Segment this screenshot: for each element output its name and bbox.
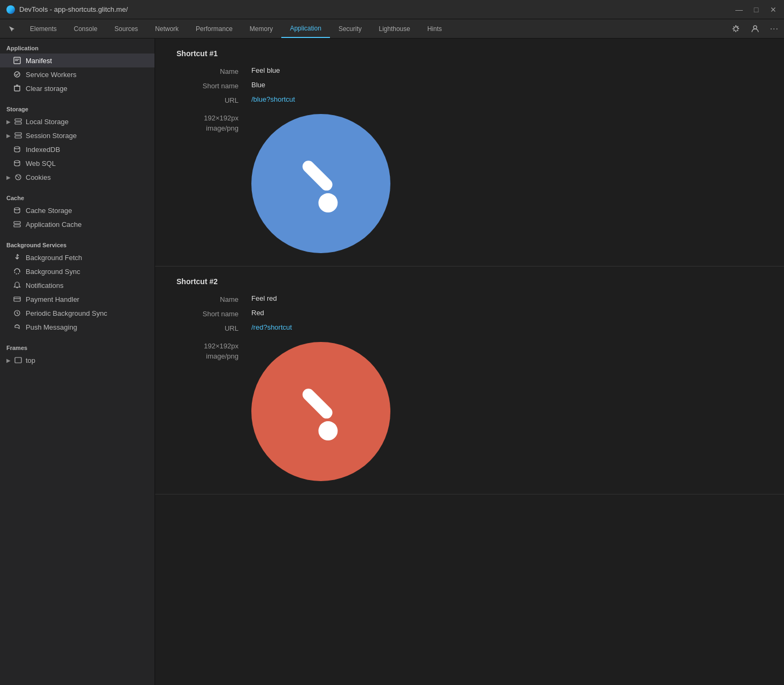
- background-sync-label: Background Sync: [26, 268, 80, 276]
- svg-rect-8: [15, 133, 21, 135]
- sidebar-item-background-fetch[interactable]: Background Fetch: [0, 250, 155, 264]
- window-controls: — □ ✕: [735, 5, 778, 14]
- manifest-label: Manifest: [26, 57, 52, 65]
- window-title: DevTools - app-shortcuts.glitch.me/: [19, 5, 731, 13]
- background-sync-icon: [13, 267, 21, 276]
- payment-handler-icon: [13, 295, 21, 303]
- storage-section-label: Storage: [0, 100, 155, 115]
- svg-rect-3: [15, 60, 18, 61]
- settings-icon-btn[interactable]: [726, 25, 745, 33]
- service-workers-icon: [13, 70, 21, 79]
- shortcut-2-shortname-value: Red: [251, 309, 264, 317]
- shortcut-1-dimensions: 192×192px: [204, 114, 239, 122]
- tab-hints[interactable]: Hints: [419, 19, 450, 38]
- tab-application[interactable]: Application: [281, 19, 330, 38]
- shortcut-2-url-label: URL: [176, 323, 251, 332]
- application-section-label: Application: [0, 39, 155, 54]
- shortcut-1-brush-icon: [275, 138, 366, 229]
- svg-rect-22: [300, 158, 335, 193]
- clear-storage-label: Clear storage: [26, 85, 67, 93]
- cache-storage-label: Cache Storage: [26, 207, 72, 215]
- sidebar-item-cookies[interactable]: ▶ Cookies: [0, 170, 155, 184]
- web-sql-icon: [13, 159, 21, 168]
- application-cache-label: Application Cache: [26, 220, 82, 229]
- sidebar-item-application-cache[interactable]: Application Cache: [0, 217, 155, 231]
- notifications-label: Notifications: [26, 281, 64, 290]
- manifest-icon: [13, 56, 21, 65]
- shortcut-2-name-value: Feel red: [251, 294, 277, 302]
- shortcut-1-title: Shortcut #1: [176, 49, 763, 58]
- shortcut-1-format: image/png: [206, 124, 239, 132]
- sidebar-item-notifications[interactable]: Notifications: [0, 278, 155, 292]
- tab-sources[interactable]: Sources: [106, 19, 147, 38]
- shortcut-1-shortname-value: Blue: [251, 81, 265, 89]
- shortcut-2-dimensions: 192×192px: [204, 342, 239, 350]
- tab-lighthouse[interactable]: Lighthouse: [370, 19, 419, 38]
- session-storage-arrow: ▶: [6, 133, 11, 139]
- sidebar-item-cache-storage[interactable]: Cache Storage: [0, 203, 155, 217]
- main-layout: Application Manifest Service Workers Cle…: [0, 39, 784, 685]
- svg-rect-19: [14, 297, 20, 301]
- tab-network[interactable]: Network: [147, 19, 187, 38]
- local-storage-icon: [14, 117, 22, 126]
- tab-memory[interactable]: Memory: [241, 19, 281, 38]
- svg-rect-21: [15, 357, 21, 363]
- svg-point-11: [14, 161, 20, 163]
- shortcut-2-url-link[interactable]: /red?shortcut: [251, 323, 292, 331]
- sidebar-item-payment-handler[interactable]: Payment Handler: [0, 292, 155, 306]
- tab-performance[interactable]: Performance: [187, 19, 241, 38]
- minimize-button[interactable]: —: [735, 5, 743, 14]
- tab-elements[interactable]: Elements: [21, 19, 65, 38]
- sidebar-item-push-messaging[interactable]: Push Messaging: [0, 320, 155, 334]
- tab-console[interactable]: Console: [65, 19, 106, 38]
- notifications-icon: [13, 281, 21, 290]
- sidebar-item-manifest[interactable]: Manifest: [0, 54, 155, 67]
- background-fetch-label: Background Fetch: [26, 254, 82, 262]
- sidebar-item-web-sql[interactable]: Web SQL: [0, 156, 155, 170]
- shortcut-1-icon-circle: [251, 114, 390, 253]
- svg-rect-7: [15, 122, 21, 124]
- sidebar-item-top[interactable]: ▶ top: [0, 353, 155, 367]
- svg-point-12: [16, 174, 21, 180]
- shortcut-1-url-link[interactable]: /blue?shortcut: [251, 95, 295, 103]
- indexeddb-label: IndexedDB: [26, 146, 60, 154]
- sidebar-item-periodic-background-sync[interactable]: Periodic Background Sync: [0, 306, 155, 320]
- shortcut-2-image-container: [251, 342, 390, 481]
- tab-security[interactable]: Security: [330, 19, 370, 38]
- close-button[interactable]: ✕: [769, 5, 778, 14]
- background-services-section-label: Background Services: [0, 235, 155, 250]
- shortcut-1-name-row: Name Feel blue: [176, 66, 763, 75]
- more-icon-btn[interactable]: ···: [765, 24, 784, 34]
- sidebar-item-session-storage[interactable]: ▶ Session Storage: [0, 128, 155, 142]
- sidebar-item-background-sync[interactable]: Background Sync: [0, 264, 155, 278]
- svg-point-0: [754, 26, 757, 29]
- inspect-icon-btn[interactable]: [2, 19, 21, 38]
- maximize-button[interactable]: □: [752, 5, 760, 14]
- push-messaging-label: Push Messaging: [26, 323, 77, 331]
- sidebar-item-clear-storage[interactable]: Clear storage: [0, 81, 155, 95]
- shortcut-1-block: Shortcut #1 Name Feel blue Short name Bl…: [155, 39, 784, 267]
- payment-handler-label: Payment Handler: [26, 295, 79, 303]
- svg-point-25: [314, 417, 342, 445]
- shortcut-1-image-container: [251, 114, 390, 253]
- shortcut-2-shortname-label: Short name: [176, 309, 251, 318]
- svg-point-23: [314, 189, 342, 217]
- local-storage-label: Local Storage: [26, 118, 68, 126]
- cookies-icon: [14, 173, 22, 181]
- sidebar-item-indexeddb[interactable]: IndexedDB: [0, 142, 155, 156]
- shortcut-1-name-label: Name: [176, 66, 251, 75]
- sidebar-item-local-storage[interactable]: ▶ Local Storage: [0, 115, 155, 128]
- tabbar-right-controls: ···: [726, 19, 784, 38]
- user-icon-btn[interactable]: [745, 25, 765, 33]
- shortcut-2-image-row: 192×192px image/png: [176, 338, 763, 481]
- indexeddb-icon: [13, 145, 21, 154]
- session-storage-icon: [14, 131, 22, 140]
- cookies-arrow: ▶: [6, 174, 11, 180]
- periodic-background-sync-label: Periodic Background Sync: [26, 309, 107, 317]
- svg-point-15: [19, 176, 20, 177]
- shortcut-2-title: Shortcut #2: [176, 277, 763, 286]
- svg-point-16: [14, 208, 20, 210]
- sidebar-item-service-workers[interactable]: Service Workers: [0, 67, 155, 81]
- push-messaging-icon: [13, 323, 21, 331]
- shortcut-2-name-label: Name: [176, 294, 251, 303]
